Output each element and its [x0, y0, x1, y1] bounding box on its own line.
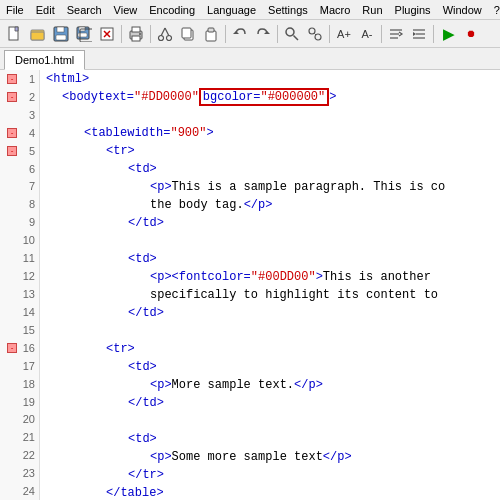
tag-tr-close: </tr>: [128, 468, 164, 482]
new-button[interactable]: [4, 23, 26, 45]
fold-16[interactable]: -: [7, 343, 17, 353]
svg-rect-5: [56, 35, 66, 40]
menu-run[interactable]: Run: [356, 2, 388, 18]
code-line-21[interactable]: <td>: [40, 430, 500, 448]
code-line-2[interactable]: <body text="#DD0000" bgcolor="#000000">: [40, 88, 500, 106]
tag-tr-2: <tr>: [106, 342, 135, 356]
toolbar-separator-6: [381, 25, 382, 43]
svg-rect-24: [208, 28, 214, 32]
tag-td-close-2: </td>: [128, 306, 164, 320]
code-line-20[interactable]: [40, 412, 500, 430]
code-line-22[interactable]: <p>Some more sample text</p>: [40, 448, 500, 466]
undo-button[interactable]: [229, 23, 251, 45]
gutter-row-24: 24: [0, 482, 39, 500]
fold-5[interactable]: -: [7, 146, 17, 156]
wrap-button[interactable]: [385, 23, 407, 45]
tab-label: Demo1.html: [15, 54, 74, 66]
print-button[interactable]: [125, 23, 147, 45]
fold-1[interactable]: -: [7, 74, 17, 84]
code-line-19[interactable]: </td>: [40, 394, 500, 412]
gutter-row-18: 18: [0, 375, 39, 393]
code-line-6[interactable]: <td>: [40, 160, 500, 178]
menu-settings[interactable]: Settings: [262, 2, 314, 18]
code-line-24[interactable]: </table>: [40, 484, 500, 500]
cut-button[interactable]: [154, 23, 176, 45]
code-line-8[interactable]: the body tag.</p>: [40, 196, 500, 214]
code-line-17[interactable]: <td>: [40, 358, 500, 376]
redo-button[interactable]: [252, 23, 274, 45]
replace-button[interactable]: [304, 23, 326, 45]
line-gutter: - 1 - 2 3 - 4 - 5 6 7: [0, 70, 40, 500]
code-line-4[interactable]: <table width="900">: [40, 124, 500, 142]
fold-17: [7, 361, 17, 371]
paste-button[interactable]: [200, 23, 222, 45]
find-button[interactable]: [281, 23, 303, 45]
gutter-row-5: - 5: [0, 142, 39, 160]
menu-macro[interactable]: Macro: [314, 2, 357, 18]
menu-view[interactable]: View: [108, 2, 144, 18]
fold-18: [7, 379, 17, 389]
code-line-15[interactable]: [40, 322, 500, 340]
code-line-14[interactable]: </td>: [40, 304, 500, 322]
tag-tr-1: <tr>: [106, 144, 135, 158]
svg-rect-22: [182, 28, 191, 38]
svg-rect-2: [31, 32, 44, 40]
gutter-row-15: 15: [0, 321, 39, 339]
menu-plugins[interactable]: Plugins: [389, 2, 437, 18]
fold-2[interactable]: -: [7, 92, 17, 102]
gutter-row-1: - 1: [0, 70, 39, 88]
code-line-11[interactable]: <td>: [40, 250, 500, 268]
fold-19: [7, 397, 17, 407]
menu-language[interactable]: Language: [201, 2, 262, 18]
svg-point-27: [286, 28, 294, 36]
code-line-13[interactable]: specifically to highlight its content to: [40, 286, 500, 304]
menu-encoding[interactable]: Encoding: [143, 2, 201, 18]
code-area[interactable]: <html> <body text="#DD0000" bgcolor="#00…: [40, 70, 500, 500]
gutter-row-3: 3: [0, 106, 39, 124]
svg-marker-25: [233, 31, 239, 34]
fold-22: [7, 450, 17, 460]
code-line-5[interactable]: <tr>: [40, 142, 500, 160]
svg-point-18: [167, 35, 172, 40]
code-line-23[interactable]: </tr>: [40, 466, 500, 484]
zoom-out-button[interactable]: A-: [356, 23, 378, 45]
zoom-in-button[interactable]: A+: [333, 23, 355, 45]
fold-13: [7, 289, 17, 299]
copy-button[interactable]: [177, 23, 199, 45]
open-button[interactable]: [27, 23, 49, 45]
menu-file[interactable]: File: [0, 2, 30, 18]
highlighted-bgcolor: bgcolor="#000000": [199, 88, 329, 106]
tab-demo1[interactable]: Demo1.html: [4, 50, 85, 70]
code-line-12[interactable]: <p><font color="#00DD00">This is another: [40, 268, 500, 286]
menu-help[interactable]: ?: [488, 2, 500, 18]
fold-8: [7, 199, 17, 209]
svg-line-31: [315, 33, 317, 35]
editor: - 1 - 2 3 - 4 - 5 6 7: [0, 70, 500, 500]
gutter-row-16: - 16: [0, 339, 39, 357]
code-line-9[interactable]: </td>: [40, 214, 500, 232]
close-button[interactable]: [96, 23, 118, 45]
menu-search[interactable]: Search: [61, 2, 108, 18]
code-line-10[interactable]: [40, 232, 500, 250]
svg-point-29: [309, 28, 315, 34]
run-button[interactable]: ▶: [437, 23, 459, 45]
code-line-3[interactable]: [40, 106, 500, 124]
tag-body-open: <body: [62, 90, 98, 104]
save-all-button[interactable]: [73, 23, 95, 45]
tag-td-2: <td>: [128, 252, 157, 266]
tabbar: Demo1.html: [0, 48, 500, 70]
svg-point-17: [159, 35, 164, 40]
toolbar-separator-7: [433, 25, 434, 43]
fold-10: [7, 235, 17, 245]
code-line-7[interactable]: <p>This is a sample paragraph. This is c…: [40, 178, 500, 196]
indent-button[interactable]: [408, 23, 430, 45]
code-line-16[interactable]: <tr>: [40, 340, 500, 358]
code-line-18[interactable]: <p>More sample text.</p>: [40, 376, 500, 394]
menu-edit[interactable]: Edit: [30, 2, 61, 18]
menu-window[interactable]: Window: [437, 2, 488, 18]
fold-4[interactable]: -: [7, 128, 17, 138]
gutter-row-23: 23: [0, 464, 39, 482]
code-line-1[interactable]: <html>: [40, 70, 500, 88]
macro-button[interactable]: ⏺: [460, 23, 482, 45]
save-button[interactable]: [50, 23, 72, 45]
